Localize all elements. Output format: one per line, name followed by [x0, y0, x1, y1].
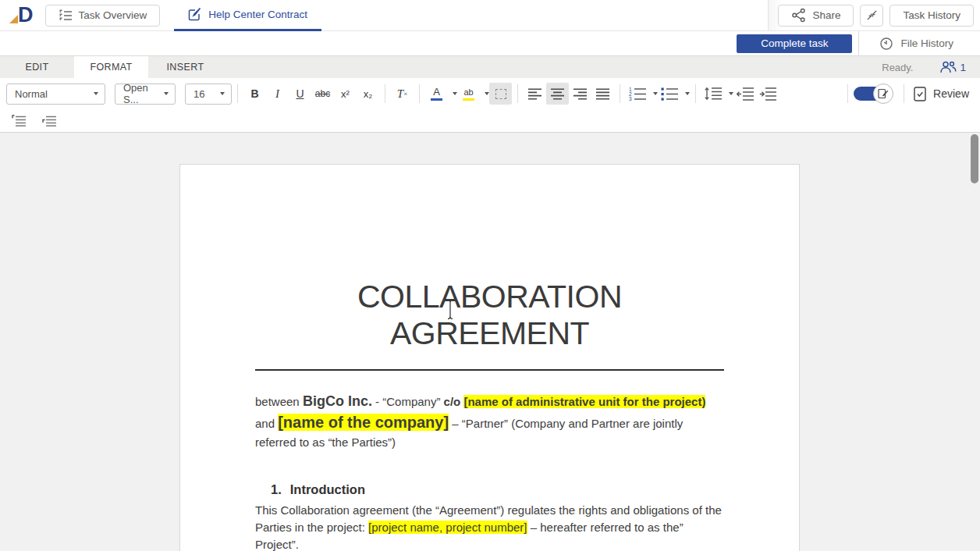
party-paragraph[interactable]: between BigCo Inc. - “Company” c/o [name… — [255, 391, 724, 451]
collapse-panel-button[interactable] — [860, 5, 883, 27]
toolbar-separator — [620, 84, 620, 103]
font-color-bar — [431, 98, 442, 101]
font-size-select[interactable]: 16 — [185, 84, 232, 105]
font-family-select[interactable]: Open S... — [115, 84, 176, 105]
ribbon-tab-bar: EDIT FORMAT INSERT Ready. 1 — [0, 56, 980, 78]
highlight-color-dropdown[interactable] — [480, 83, 489, 105]
ribbon-tab-edit[interactable]: EDIT — [0, 56, 74, 78]
chevron-down-icon — [220, 92, 225, 95]
borders-button[interactable] — [489, 83, 512, 105]
document-page[interactable]: COLLABORATION AGREEMENT between BigCo In… — [179, 164, 800, 551]
file-history-button[interactable]: File History — [859, 37, 980, 51]
edit-mode-toggle[interactable] — [854, 84, 894, 104]
line-spacing-dropdown[interactable] — [724, 83, 733, 105]
top-bar: D Task Overview Help Center Contract — [0, 0, 980, 31]
bullet-list-button[interactable] — [658, 83, 680, 105]
toolbar-separator — [695, 84, 696, 103]
logo-letter: D — [18, 5, 33, 26]
task-overview-tab[interactable]: Task Overview — [45, 5, 161, 27]
svg-text:3: 3 — [629, 96, 632, 101]
share-label: Share — [812, 9, 840, 21]
ribbon-spacer — [222, 56, 882, 78]
online-users-indicator[interactable]: 1 — [939, 61, 966, 73]
vertical-scrollbar[interactable] — [969, 133, 980, 551]
app-root: D Task Overview Help Center Contract — [0, 0, 980, 551]
underline-button[interactable]: U — [289, 83, 311, 105]
font-color-button[interactable]: A — [425, 83, 448, 105]
italic-button[interactable]: I — [266, 83, 289, 105]
file-history-label: File History — [900, 37, 953, 49]
clear-format-glyph: T — [397, 87, 403, 101]
bold-button[interactable]: B — [243, 83, 266, 105]
clock-icon — [879, 37, 893, 51]
action-bar: Complete task File History — [0, 31, 980, 56]
section-title: Introduction — [290, 482, 365, 496]
superscript-button[interactable]: x² — [334, 83, 357, 105]
complete-task-button[interactable]: Complete task — [737, 34, 852, 53]
toolbar-separator — [847, 84, 848, 103]
numbered-list-button[interactable]: 1 2 3 — [626, 83, 648, 105]
bullet-list-icon — [661, 87, 678, 101]
clear-formatting-button[interactable]: T× — [391, 83, 414, 105]
document-tab-active[interactable]: Help Center Contract — [174, 0, 321, 31]
text-segment: [name of administrative unit for the pro… — [463, 395, 705, 408]
font-size-value: 16 — [194, 88, 204, 100]
task-history-button[interactable]: Task History — [889, 5, 974, 27]
outdent-icon — [737, 87, 754, 101]
align-left-icon — [528, 88, 541, 100]
border-box-icon — [495, 89, 506, 99]
toolbar-separator — [517, 84, 518, 103]
share-button[interactable]: Share — [778, 5, 854, 27]
line-spacing-button[interactable] — [701, 83, 724, 105]
align-left-button[interactable] — [524, 83, 546, 105]
paragraph-outline-button[interactable] — [8, 110, 30, 132]
toolbar-right-group: Review — [842, 84, 969, 104]
task-history-label: Task History — [903, 9, 960, 21]
subscript-button[interactable]: x₂ — [357, 83, 379, 105]
logo-triangle-icon — [9, 15, 18, 23]
toolbar-separator — [237, 84, 238, 103]
align-justify-button[interactable] — [591, 83, 614, 105]
numbered-list-dropdown[interactable] — [648, 83, 658, 105]
align-center-icon — [551, 88, 564, 100]
toolbar-separator — [385, 84, 385, 103]
text-segment: BigCo Inc. — [303, 393, 372, 409]
edit-document-icon — [878, 88, 889, 99]
scrollbar-thumb[interactable] — [971, 134, 978, 183]
edit-pencil-icon — [188, 7, 202, 21]
align-center-button[interactable] — [546, 83, 569, 105]
app-logo[interactable]: D — [9, 5, 33, 26]
increase-indent-button[interactable] — [756, 83, 779, 105]
paragraph-indent-marker-button[interactable] — [38, 110, 61, 132]
secondary-toolbar — [0, 109, 980, 133]
users-icon — [939, 61, 957, 73]
bullet-list-dropdown[interactable] — [680, 83, 690, 105]
text-segment: - “Company” — [372, 395, 444, 408]
document-title[interactable]: COLLABORATION AGREEMENT — [255, 279, 724, 352]
highlight-color-bar — [463, 98, 474, 101]
clear-format-x: × — [403, 90, 407, 98]
ribbon-tab-format[interactable]: FORMAT — [74, 56, 148, 78]
section-number: 1. — [271, 482, 282, 496]
align-right-button[interactable] — [569, 83, 591, 105]
toggle-knob — [873, 84, 893, 104]
text-segment: c/o — [444, 395, 464, 408]
toolbar-separator — [904, 84, 904, 103]
strikethrough-button[interactable]: abc — [311, 83, 334, 105]
highlight-color-button[interactable]: ab — [457, 83, 480, 105]
review-button[interactable]: Review — [914, 87, 969, 101]
chevron-down-icon — [164, 92, 169, 95]
font-color-dropdown[interactable] — [448, 83, 457, 105]
document-tab-label: Help Center Contract — [208, 9, 307, 20]
text-cursor — [446, 299, 455, 320]
decrease-indent-button[interactable] — [733, 83, 756, 105]
intro-paragraph[interactable]: This Collaboration agreement (the “Agree… — [255, 502, 724, 551]
text-segment: and — [255, 417, 278, 430]
section-heading[interactable]: 1.Introduction — [271, 482, 724, 497]
paragraph-style-select[interactable]: Normal — [6, 84, 105, 105]
text-segment: [project name, project number] — [368, 521, 527, 534]
text-segment: [name of the company] — [278, 414, 449, 431]
ribbon-tab-insert[interactable]: INSERT — [148, 56, 222, 78]
toolbar-separator — [419, 84, 420, 103]
highlight-glyph: ab — [463, 87, 473, 97]
